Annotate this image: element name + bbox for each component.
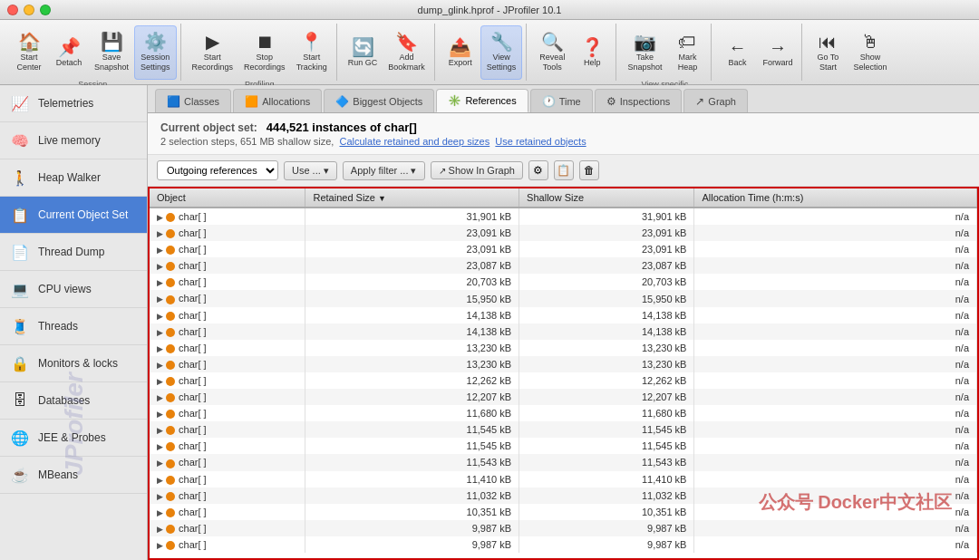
table-row[interactable]: ▶ char[ ]14,138 kB14,138 kBn/a — [150, 307, 977, 323]
cell-object: ▶ char[ ] — [150, 274, 305, 290]
tab-time[interactable]: 🕐 Time — [530, 89, 593, 112]
sidebar-item-monitors-locks[interactable]: 🔒 Monitors & locks — [0, 345, 147, 382]
table-row[interactable]: ▶ char[ ]9,987 kB9,987 kBn/a — [150, 520, 977, 536]
sidebar-item-jee-probes[interactable]: 🌐 JEE & Probes — [0, 420, 147, 457]
start-center-button[interactable]: 🏠 StartCenter — [9, 25, 49, 80]
expand-icon[interactable]: ▶ — [157, 294, 163, 304]
table-row[interactable]: ▶ char[ ]10,351 kB10,351 kBn/a — [150, 504, 977, 520]
table-row[interactable]: ▶ char[ ]13,230 kB13,230 kBn/a — [150, 340, 977, 356]
expand-icon[interactable]: ▶ — [157, 328, 163, 337]
sidebar-item-threads[interactable]: 🧵 Threads — [0, 308, 147, 345]
table-row[interactable]: ▶ char[ ]11,032 kB11,032 kBn/a — [150, 488, 977, 504]
table-row[interactable]: ▶ char[ ]12,207 kB12,207 kBn/a — [150, 389, 977, 405]
stop-recordings-button[interactable]: ⏹ StopRecordings — [238, 25, 291, 80]
forward-button[interactable]: → Forward — [757, 25, 798, 80]
sidebar-item-mbeans[interactable]: ☕ MBeans — [0, 457, 147, 494]
table-row[interactable]: ▶ char[ ]11,543 kB11,543 kBn/a — [150, 454, 977, 470]
show-selection-button[interactable]: 🖱 ShowSelection — [848, 25, 892, 80]
col-header-retained[interactable]: Retained Size ▼ — [305, 188, 519, 208]
window-controls[interactable] — [7, 5, 51, 15]
tab-allocations[interactable]: 🟧 Allocations — [233, 89, 322, 112]
help-button[interactable]: ❓ Help — [572, 25, 612, 80]
export-button[interactable]: 📤 Export — [441, 25, 480, 80]
close-button[interactable] — [7, 5, 18, 15]
col-header-alloc[interactable]: Allocation Time (h:m:s) — [694, 188, 977, 208]
expand-icon[interactable]: ▶ — [157, 361, 163, 370]
tab-references[interactable]: ✳️ References — [436, 89, 528, 112]
table-row[interactable]: ▶ char[ ]9,987 kB9,987 kBn/a — [150, 536, 977, 553]
expand-icon[interactable]: ▶ — [157, 344, 163, 353]
sidebar-item-live-memory[interactable]: 🧠 Live memory — [0, 122, 147, 159]
sidebar-item-thread-dump[interactable]: 📄 Thread Dump — [0, 234, 147, 271]
save-snapshot-button[interactable]: 💾 SaveSnapshot — [89, 25, 134, 80]
table-row[interactable]: ▶ char[ ]11,545 kB11,545 kBn/a — [150, 438, 977, 454]
table-row[interactable]: ▶ char[ ]14,138 kB14,138 kBn/a — [150, 323, 977, 340]
tab-inspections[interactable]: ⚙ Inspections — [595, 89, 683, 112]
start-tracking-button[interactable]: 📍 StartTracking — [291, 25, 333, 80]
sidebar-item-databases[interactable]: 🗄 Databases — [0, 382, 147, 420]
go-to-start-button[interactable]: ⏮ Go ToStart — [808, 25, 848, 80]
expand-icon[interactable]: ▶ — [157, 229, 163, 238]
sidebar-item-heap-walker[interactable]: 🚶 Heap Walker — [0, 159, 147, 197]
maximize-button[interactable] — [40, 5, 51, 15]
expand-icon[interactable]: ▶ — [157, 262, 163, 271]
mark-heap-button[interactable]: 🏷 MarkHeap — [667, 25, 707, 80]
live-memory-icon: 🧠 — [9, 130, 31, 151]
use-button[interactable]: Use ... ▾ — [284, 161, 337, 180]
table-row[interactable]: ▶ char[ ]23,087 kB23,087 kBn/a — [150, 257, 977, 274]
add-bookmark-button[interactable]: 🔖 AddBookmark — [383, 25, 431, 80]
table-row[interactable]: ▶ char[ ]11,680 kB11,680 kBn/a — [150, 405, 977, 421]
use-retained-link[interactable]: Use retained objects — [495, 136, 586, 147]
minimize-button[interactable] — [24, 5, 34, 15]
sidebar-item-telemetries[interactable]: 📈 Telemetries — [0, 85, 147, 122]
run-gc-button[interactable]: 🔄 Run GC — [343, 25, 383, 80]
table-row[interactable]: ▶ char[ ]11,410 kB11,410 kBn/a — [150, 471, 977, 488]
delete-filter-button[interactable]: 🗑 — [579, 160, 599, 180]
expand-icon[interactable]: ▶ — [157, 459, 163, 468]
expand-icon[interactable]: ▶ — [157, 508, 163, 517]
tab-classes[interactable]: 🟦 Classes — [155, 89, 231, 112]
expand-icon[interactable]: ▶ — [157, 541, 163, 550]
session-settings-button[interactable]: ⚙️ SessionSettings — [134, 25, 177, 80]
sidebar-item-cpu-views[interactable]: 💻 CPU views — [0, 271, 147, 308]
gear-filter-button[interactable]: ⚙ — [528, 160, 548, 180]
start-recordings-button[interactable]: ▶ StartRecordings — [187, 25, 239, 80]
expand-icon[interactable]: ▶ — [157, 492, 163, 501]
back-button[interactable]: ← Back — [717, 25, 757, 80]
table-row[interactable]: ▶ char[ ]20,703 kB20,703 kBn/a — [150, 274, 977, 290]
expand-icon[interactable]: ▶ — [157, 410, 163, 419]
expand-icon[interactable]: ▶ — [157, 278, 163, 287]
table-row[interactable]: ▶ char[ ]31,901 kB31,901 kBn/a — [150, 208, 977, 225]
table-row[interactable]: ▶ char[ ]23,091 kB23,091 kBn/a — [150, 225, 977, 241]
table-row[interactable]: ▶ char[ ]23,091 kB23,091 kBn/a — [150, 241, 977, 257]
expand-icon[interactable]: ▶ — [157, 476, 163, 485]
col-header-shallow[interactable]: Shallow Size — [519, 188, 694, 208]
detach-button[interactable]: 📌 Detach — [49, 25, 89, 80]
col-header-object[interactable]: Object — [150, 188, 305, 208]
expand-icon[interactable]: ▶ — [157, 213, 163, 222]
table-row[interactable]: ▶ char[ ]13,230 kB13,230 kBn/a — [150, 356, 977, 372]
expand-icon[interactable]: ▶ — [157, 525, 163, 534]
show-in-graph-button[interactable]: ↗ Show In Graph — [431, 161, 523, 179]
expand-icon[interactable]: ▶ — [157, 246, 163, 255]
expand-icon[interactable]: ▶ — [157, 393, 163, 402]
reveal-tools-button[interactable]: 🔍 RevealTools — [532, 25, 572, 80]
tab-biggest-objects[interactable]: 🔷 Biggest Objects — [324, 89, 434, 112]
take-snapshot-button[interactable]: 📷 TakeSnapshot — [622, 25, 667, 80]
expand-icon[interactable]: ▶ — [157, 426, 163, 435]
references-dropdown[interactable]: Outgoing references Incoming references — [157, 160, 278, 180]
table-row[interactable]: ▶ char[ ]12,262 kB12,262 kBn/a — [150, 372, 977, 389]
table-row[interactable]: ▶ char[ ]11,545 kB11,545 kBn/a — [150, 421, 977, 438]
expand-icon[interactable]: ▶ — [157, 442, 163, 451]
tab-graph[interactable]: ↗ Graph — [683, 89, 748, 112]
expand-icon[interactable]: ▶ — [157, 377, 163, 386]
apply-filter-button[interactable]: Apply filter ... ▾ — [343, 161, 425, 180]
table-row[interactable]: ▶ char[ ]15,950 kB15,950 kBn/a — [150, 290, 977, 306]
calculate-link[interactable]: Calculate retained and deep sizes — [340, 136, 490, 147]
view-settings-button[interactable]: 🔧 ViewSettings — [480, 25, 523, 80]
obj-dot — [166, 229, 175, 238]
expand-icon[interactable]: ▶ — [157, 312, 163, 321]
copy-filter-button[interactable]: 📋 — [554, 160, 574, 180]
data-table[interactable]: Object Retained Size ▼ Shallow Size Allo… — [148, 187, 979, 560]
sidebar-item-current-object-set[interactable]: 📋 Current Object Set — [0, 197, 147, 234]
